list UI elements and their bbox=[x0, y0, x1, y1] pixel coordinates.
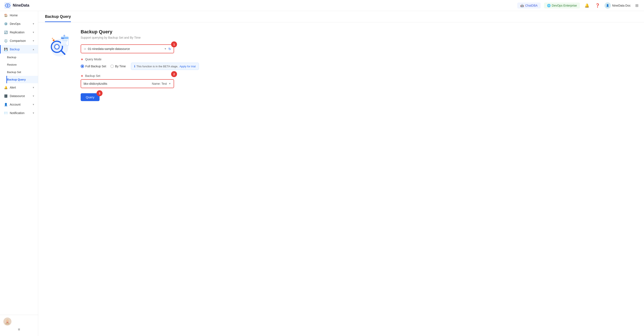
sidebar: 🏠 Home ⚙️ DevOps ▼ 🔄 Replication ▼ ⚖️ Co… bbox=[0, 11, 38, 336]
backup-query-nav-label: Backup Query bbox=[7, 78, 26, 81]
backup-set-label: Backup Set bbox=[7, 71, 21, 74]
page-title: Backup Query bbox=[45, 15, 71, 22]
datasource-select[interactable]: ⊃ 01-ninedata-sample-datasource ▼ ↻ bbox=[81, 44, 174, 53]
sidebar-user-avatar[interactable] bbox=[4, 317, 12, 325]
sidebar-replication-label: Replication bbox=[10, 31, 24, 34]
by-time-radio-dot bbox=[110, 65, 114, 68]
chatdba-icon: 🤖 bbox=[520, 4, 524, 7]
sidebar-notification-label: Notification bbox=[10, 111, 24, 115]
sidebar-item-devops[interactable]: ⚙️ DevOps ▼ bbox=[0, 20, 38, 28]
notification-nav-icon: ✉️ bbox=[4, 111, 8, 115]
full-backup-radio-dot bbox=[81, 65, 84, 68]
backup-query-illustration: SQL bbox=[47, 33, 72, 59]
main-content: Backup Query bbox=[38, 11, 644, 336]
step-3-badge: 3 bbox=[96, 90, 102, 96]
sidebar-comparison-label: Comparison bbox=[10, 39, 26, 43]
account-icon: 👤 bbox=[4, 103, 8, 106]
navbar-right: 🤖 ChatDBA 🌐 DevOps Enterprise 🔔 ❓ 👤 Nine… bbox=[517, 2, 640, 9]
backup-sub-label: Backup bbox=[7, 56, 16, 59]
step-1-badge: 1 bbox=[171, 42, 177, 47]
restore-label: Restore bbox=[7, 63, 17, 66]
sidebar-home-label: Home bbox=[10, 14, 18, 17]
backup-chevron-icon: ▲ bbox=[32, 48, 34, 51]
notification-button[interactable]: 🔔 bbox=[583, 2, 590, 9]
backup-set-name: Name: Test bbox=[152, 82, 167, 85]
home-icon: 🏠 bbox=[4, 14, 8, 17]
full-backup-label: Full Backup Set bbox=[85, 65, 106, 68]
collapse-sidebar-button[interactable]: ≡ bbox=[4, 325, 34, 333]
form-area: SQL Backup Query Support querying by Bac… bbox=[38, 22, 644, 108]
chatdba-label: ChatDBA bbox=[525, 4, 538, 7]
help-button[interactable]: ❓ bbox=[594, 2, 601, 9]
replication-chevron-icon: ▼ bbox=[32, 31, 34, 34]
sidebar-bottom: ≡ bbox=[0, 315, 38, 336]
backup-set-select[interactable]: bkx-d4dcnykzs8ts Name: Test ▼ bbox=[81, 79, 174, 88]
comparison-icon: ⚖️ bbox=[4, 39, 8, 43]
sidebar-item-comparison[interactable]: ⚖️ Comparison ▼ bbox=[0, 37, 38, 45]
svg-point-5 bbox=[5, 322, 10, 324]
navbar: NineData 🤖 ChatDBA 🌐 DevOps Enterprise 🔔… bbox=[0, 0, 644, 11]
logo-text: NineData bbox=[13, 3, 29, 8]
sidebar-item-account[interactable]: 👤 Account ▼ bbox=[0, 100, 38, 109]
sidebar-item-replication[interactable]: 🔄 Replication ▼ bbox=[0, 28, 38, 37]
alert-chevron-icon: ▼ bbox=[32, 86, 34, 89]
notification-chevron-icon: ▼ bbox=[32, 112, 34, 114]
sidebar-backup-label: Backup bbox=[10, 48, 20, 51]
apply-trial-link[interactable]: Apply for trial bbox=[180, 65, 196, 68]
replication-icon: 🔄 bbox=[4, 31, 8, 34]
radio-group: Full Backup Set By Time bbox=[81, 65, 126, 68]
datasource-chevron-icon: ▼ bbox=[164, 47, 166, 50]
logo-icon bbox=[4, 2, 11, 9]
datasource-field: ⊃ 01-ninedata-sample-datasource ▼ ↻ 1 bbox=[81, 44, 174, 53]
by-time-label: By Time bbox=[115, 65, 126, 68]
devops-chevron-icon: ▼ bbox=[32, 23, 34, 25]
query-button-wrapper: Query 3 bbox=[81, 93, 100, 101]
sidebar-account-label: Account bbox=[10, 103, 20, 106]
by-time-radio[interactable]: By Time bbox=[110, 65, 126, 68]
query-mode-label: ★ Query Mode bbox=[81, 58, 636, 61]
devops-enterprise-button[interactable]: 🌐 DevOps Enterprise bbox=[544, 3, 580, 9]
svg-text:SQL: SQL bbox=[61, 38, 64, 39]
main-layout: 🏠 Home ⚙️ DevOps ▼ 🔄 Replication ▼ ⚖️ Co… bbox=[0, 11, 644, 336]
sidebar-item-restore[interactable]: Restore bbox=[6, 61, 38, 68]
user-avatar-icon bbox=[4, 318, 10, 324]
db-icon: ⊃ bbox=[84, 47, 86, 51]
sidebar-item-backup-query[interactable]: Backup Query bbox=[6, 76, 38, 83]
sidebar-item-backup-sub[interactable]: Backup bbox=[6, 54, 38, 61]
comparison-chevron-icon: ▼ bbox=[32, 40, 34, 42]
logo[interactable]: NineData bbox=[4, 2, 29, 9]
sidebar-item-backup[interactable]: 💾 Backup ▲ bbox=[0, 45, 38, 54]
info-icon: ℹ bbox=[134, 65, 135, 68]
sidebar-item-alert[interactable]: 🔔 Alert ▼ bbox=[0, 83, 38, 92]
backup-submenu: Backup Restore Backup Set Backup Query bbox=[0, 54, 38, 83]
datasource-value: 01-ninedata-sample-datasource bbox=[88, 47, 164, 51]
refresh-icon[interactable]: ↻ bbox=[168, 47, 171, 51]
alert-icon: 🔔 bbox=[4, 86, 8, 89]
form-body: Backup Query Support querying by Backup … bbox=[81, 29, 636, 101]
sidebar-item-datasource[interactable]: 🗄️ Datasource ▼ bbox=[0, 92, 38, 100]
form-illustration: SQL bbox=[47, 29, 72, 101]
sidebar-alert-label: Alert bbox=[10, 86, 16, 89]
devops-nav-icon: ⚙️ bbox=[4, 22, 8, 26]
query-mode-section: ★ Query Mode Full Backup Set By Time bbox=[81, 58, 636, 70]
sidebar-item-backup-set[interactable]: Backup Set bbox=[6, 68, 38, 76]
chatdba-button[interactable]: 🤖 ChatDBA bbox=[517, 3, 540, 9]
devops-icon: 🌐 bbox=[547, 4, 550, 7]
datasource-chevron-icon: ▼ bbox=[32, 95, 34, 97]
full-backup-radio[interactable]: Full Backup Set bbox=[81, 65, 106, 68]
user-label: NineData Doc bbox=[612, 4, 631, 7]
beta-info-box: ℹ This function is in the BETA stage, Ap… bbox=[131, 63, 199, 70]
user-avatar: 👤 bbox=[604, 2, 611, 9]
sidebar-item-home[interactable]: 🏠 Home bbox=[0, 11, 38, 20]
account-chevron-icon: ▼ bbox=[32, 103, 34, 106]
svg-point-11 bbox=[55, 45, 58, 49]
user-menu-button[interactable]: 👤 NineData Doc bbox=[604, 2, 631, 9]
datasource-icon: 🗄️ bbox=[4, 94, 8, 98]
more-options-button[interactable]: ⊞ bbox=[634, 2, 640, 9]
page-header: Backup Query bbox=[38, 11, 644, 22]
svg-point-22 bbox=[64, 35, 66, 37]
sidebar-datasource-label: Datasource bbox=[10, 94, 25, 98]
sidebar-item-notification[interactable]: ✉️ Notification ▼ bbox=[0, 109, 38, 117]
backup-set-id: bkx-d4dcnykzs8ts bbox=[84, 82, 152, 85]
beta-text: This function is in the BETA stage, bbox=[136, 65, 178, 68]
